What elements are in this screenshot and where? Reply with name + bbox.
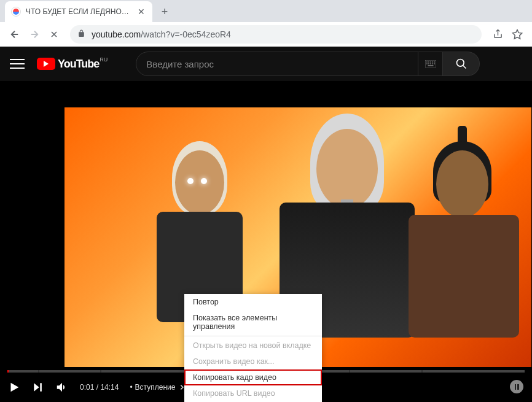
- svg-rect-4: [432, 61, 433, 63]
- share-icon[interactable]: [489, 26, 506, 43]
- menu-divider: [184, 336, 322, 336]
- menu-item-show-controls[interactable]: Показать все элементы управления: [184, 310, 322, 334]
- svg-rect-9: [432, 63, 433, 64]
- svg-rect-10: [434, 63, 435, 64]
- url-text: youtube.com/watch?v=-0ec54zeoR4: [92, 29, 474, 39]
- svg-rect-3: [430, 61, 431, 63]
- stop-button[interactable]: [45, 26, 63, 43]
- context-menu: Повтор Показать все элементы управления …: [184, 294, 322, 402]
- svg-point-12: [456, 60, 464, 67]
- menu-item-loop[interactable]: Повтор: [184, 294, 322, 310]
- menu-item-save-as: Сохранить видео как...: [184, 354, 322, 369]
- lock-icon: [77, 29, 85, 39]
- browser-toolbar: youtube.com/watch?v=-0ec54zeoR4: [0, 22, 532, 47]
- keyboard-icon[interactable]: [418, 52, 443, 76]
- svg-rect-8: [430, 63, 431, 64]
- svg-rect-5: [434, 61, 435, 63]
- hamburger-menu-icon[interactable]: [10, 56, 25, 71]
- svg-rect-1: [426, 61, 428, 63]
- tab-title: ЧТО БУДЕТ ЕСЛИ ЛЕДЯНОЙ Ш: [26, 7, 131, 16]
- tab-bar: ЧТО БУДЕТ ЕСЛИ ЛЕДЯНОЙ Ш ✕ +: [0, 0, 532, 22]
- new-tab-button[interactable]: +: [156, 3, 173, 20]
- search-input[interactable]: Введите запрос: [136, 52, 418, 76]
- browser-tab[interactable]: ЧТО БУДЕТ ЕСЛИ ЛЕДЯНОЙ Ш ✕: [5, 1, 152, 22]
- svg-rect-2: [428, 61, 429, 63]
- svg-rect-11: [428, 65, 433, 66]
- svg-rect-6: [426, 63, 428, 64]
- chapter-indicator[interactable]: • Вступление: [130, 383, 186, 392]
- next-button[interactable]: [32, 381, 44, 393]
- close-tab-icon[interactable]: ✕: [136, 7, 146, 17]
- address-bar[interactable]: youtube.com/watch?v=-0ec54zeoR4: [70, 25, 482, 44]
- youtube-header: YouTube RU Введите запрос: [0, 47, 532, 81]
- logo-region: RU: [100, 56, 108, 63]
- search-button[interactable]: [443, 52, 480, 76]
- bookmark-icon[interactable]: [509, 26, 526, 43]
- youtube-logo[interactable]: YouTube RU: [37, 58, 99, 71]
- menu-item-copy-frame[interactable]: Копировать кадр видео: [184, 369, 322, 385]
- tab-favicon: [11, 7, 21, 17]
- menu-item-open-new-tab: Открыть видео на новой вкладке: [184, 338, 322, 354]
- play-button[interactable]: [7, 381, 21, 394]
- logo-text: YouTube: [58, 58, 99, 71]
- volume-button[interactable]: [55, 381, 69, 394]
- svg-rect-7: [428, 63, 429, 64]
- pause-indicator-icon: [510, 380, 523, 393]
- back-button[interactable]: [6, 26, 23, 43]
- forward-button[interactable]: [26, 26, 43, 43]
- video-area: Повтор Показать все элементы управления …: [0, 81, 532, 402]
- menu-item-copy-url: Копировать URL видео: [184, 385, 322, 401]
- time-display: 0:01 / 14:14: [80, 383, 119, 392]
